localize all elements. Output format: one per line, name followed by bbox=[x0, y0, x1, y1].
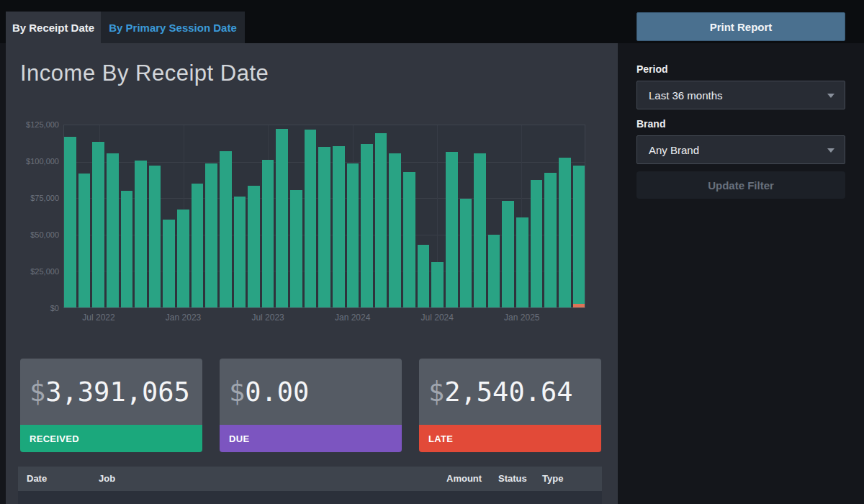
transactions-table-header: Date Job Amount Status Type bbox=[18, 467, 602, 491]
chart-bar-jun-2023[interactable] bbox=[248, 186, 260, 307]
chart-bar-oct-2022[interactable] bbox=[135, 161, 147, 307]
bar-segment-received bbox=[276, 129, 288, 307]
chart-bar-dec-2023[interactable] bbox=[333, 146, 345, 307]
brand-label: Brand bbox=[636, 118, 665, 130]
chart-bar-may-2022[interactable] bbox=[64, 137, 76, 307]
bar-segment-received bbox=[573, 166, 585, 303]
bar-segment-received bbox=[460, 199, 472, 307]
received-value: 3,391,065 bbox=[45, 377, 189, 408]
chart-bar-nov-2023[interactable] bbox=[318, 147, 330, 307]
chart-bar-dec-2024[interactable] bbox=[502, 201, 514, 307]
chart-bar-jan-2025[interactable] bbox=[516, 217, 528, 307]
late-amount: $2,540.64 bbox=[419, 359, 601, 425]
chart-bar-jun-2022[interactable] bbox=[78, 174, 91, 307]
chart-bar-sep-2022[interactable] bbox=[121, 191, 133, 307]
table-body bbox=[18, 491, 602, 504]
tab-by-primary-session-date-label: By Primary Session Date bbox=[109, 22, 237, 34]
chart-bar-aug-2023[interactable] bbox=[276, 129, 288, 307]
x-tick-label: Jul 2023 bbox=[251, 312, 284, 323]
chart-bar-oct-2023[interactable] bbox=[305, 130, 317, 307]
chart-bar-may-2024[interactable] bbox=[403, 172, 415, 307]
chevron-down-icon bbox=[827, 94, 834, 98]
chart-bar-feb-2025[interactable] bbox=[531, 180, 543, 307]
chart-bar-feb-2024[interactable] bbox=[361, 144, 373, 307]
report-panel: Income By Receipt Date $0$25,000$50,000$… bbox=[6, 43, 618, 504]
x-tick-label: Jan 2025 bbox=[504, 312, 539, 323]
chart-bar-sep-2024[interactable] bbox=[460, 199, 472, 307]
bar-segment-received bbox=[305, 130, 317, 307]
bar-segment-received bbox=[361, 144, 373, 307]
bar-segment-received bbox=[431, 262, 444, 307]
bar-segment-received bbox=[375, 133, 387, 307]
chart-plot[interactable] bbox=[63, 125, 585, 308]
x-tick-label: Jul 2022 bbox=[82, 312, 114, 323]
period-dropdown[interactable]: Last 36 months bbox=[636, 81, 845, 109]
late-label: LATE bbox=[419, 425, 601, 452]
bar-segment-received bbox=[220, 151, 232, 307]
chart-bar-may-2025[interactable] bbox=[573, 166, 585, 307]
chart-bar-jul-2023[interactable] bbox=[262, 160, 274, 307]
currency-symbol: $ bbox=[229, 377, 245, 408]
column-header-type: Type bbox=[542, 473, 563, 484]
bar-segment-received bbox=[248, 186, 260, 307]
column-header-amount: Amount bbox=[446, 473, 482, 484]
chart-bar-nov-2022[interactable] bbox=[149, 166, 161, 307]
column-header-status: Status bbox=[498, 473, 527, 484]
chart-bar-aug-2024[interactable] bbox=[446, 152, 458, 307]
bar-segment-received bbox=[502, 201, 514, 307]
chart-bar-jan-2024[interactable] bbox=[347, 163, 359, 307]
bar-segment-received bbox=[389, 153, 401, 307]
bar-segment-received bbox=[333, 146, 345, 307]
chart-bar-mar-2023[interactable] bbox=[205, 163, 217, 307]
tab-by-receipt-date-label: By Receipt Date bbox=[12, 22, 94, 34]
chart-bar-jun-2024[interactable] bbox=[418, 245, 430, 307]
summary-cards: $3,391,065 RECEIVED $0.00 DUE $2,540.64 … bbox=[20, 359, 601, 452]
due-label: DUE bbox=[220, 425, 402, 452]
bar-segment-received bbox=[205, 163, 217, 307]
chart-y-axis: $0$25,000$50,000$75,000$100,000$125,000 bbox=[6, 125, 59, 308]
brand-dropdown[interactable]: Any Brand bbox=[636, 135, 845, 164]
chart-bar-sep-2023[interactable] bbox=[290, 190, 302, 307]
chart-x-axis: Jul 2022Jan 2023Jul 2023Jan 2024Jul 2024… bbox=[63, 312, 585, 324]
bar-segment-received bbox=[290, 190, 302, 307]
page-title: Income By Receipt Date bbox=[20, 60, 269, 86]
chart-bar-oct-2024[interactable] bbox=[474, 153, 486, 307]
print-report-button[interactable]: Print Report bbox=[636, 12, 845, 41]
received-amount: $3,391,065 bbox=[20, 359, 202, 425]
bar-segment-received bbox=[78, 174, 91, 307]
chart-bar-aug-2022[interactable] bbox=[107, 153, 119, 307]
chart-bar-apr-2023[interactable] bbox=[220, 151, 232, 307]
chart-bar-jul-2024[interactable] bbox=[431, 262, 444, 307]
bar-segment-received bbox=[234, 197, 246, 307]
bar-segment-received bbox=[488, 235, 500, 307]
chart-bar-feb-2023[interactable] bbox=[192, 184, 204, 307]
chart-bar-apr-2025[interactable] bbox=[559, 158, 571, 307]
bar-segment-received bbox=[347, 163, 359, 307]
bar-segment-received bbox=[544, 173, 557, 307]
update-filter-button[interactable]: Update Filter bbox=[636, 171, 845, 199]
currency-symbol: $ bbox=[428, 377, 444, 408]
chart-bar-jul-2022[interactable] bbox=[92, 142, 104, 307]
summary-card-due: $0.00 DUE bbox=[220, 359, 402, 452]
chart-bar-jan-2023[interactable] bbox=[177, 210, 189, 307]
bar-segment-received bbox=[318, 147, 330, 307]
bar-segment-received bbox=[446, 152, 458, 307]
received-label: RECEIVED bbox=[20, 425, 202, 452]
chart-bar-mar-2025[interactable] bbox=[544, 173, 557, 307]
chevron-down-icon bbox=[827, 148, 834, 153]
late-value: 2,540.64 bbox=[444, 377, 572, 408]
chart-bar-dec-2022[interactable] bbox=[163, 220, 175, 307]
bar-segment-received bbox=[516, 217, 528, 307]
tab-by-receipt-date[interactable]: By Receipt Date bbox=[6, 12, 101, 43]
period-label: Period bbox=[636, 63, 668, 75]
bar-segment-received bbox=[107, 153, 119, 307]
chart-bar-nov-2024[interactable] bbox=[488, 235, 500, 307]
chart-bar-apr-2024[interactable] bbox=[389, 153, 401, 307]
chart-bar-may-2023[interactable] bbox=[234, 197, 246, 307]
chart-bar-mar-2024[interactable] bbox=[375, 133, 387, 307]
y-tick-label: $0 bbox=[50, 304, 59, 312]
bar-segment-received bbox=[403, 172, 415, 307]
bar-segment-received bbox=[559, 158, 571, 307]
tab-by-primary-session-date[interactable]: By Primary Session Date bbox=[101, 12, 245, 43]
x-tick-label: Jan 2023 bbox=[166, 312, 201, 323]
